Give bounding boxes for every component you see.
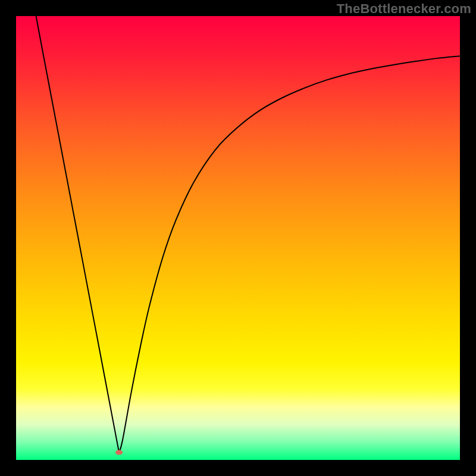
watermark-text: TheBottlenecker.com <box>337 1 471 17</box>
min-marker <box>115 450 123 455</box>
chart-svg <box>16 16 460 460</box>
plot-area <box>16 16 460 460</box>
chart-frame: TheBottlenecker.com <box>0 0 476 476</box>
gradient-background <box>16 16 460 460</box>
